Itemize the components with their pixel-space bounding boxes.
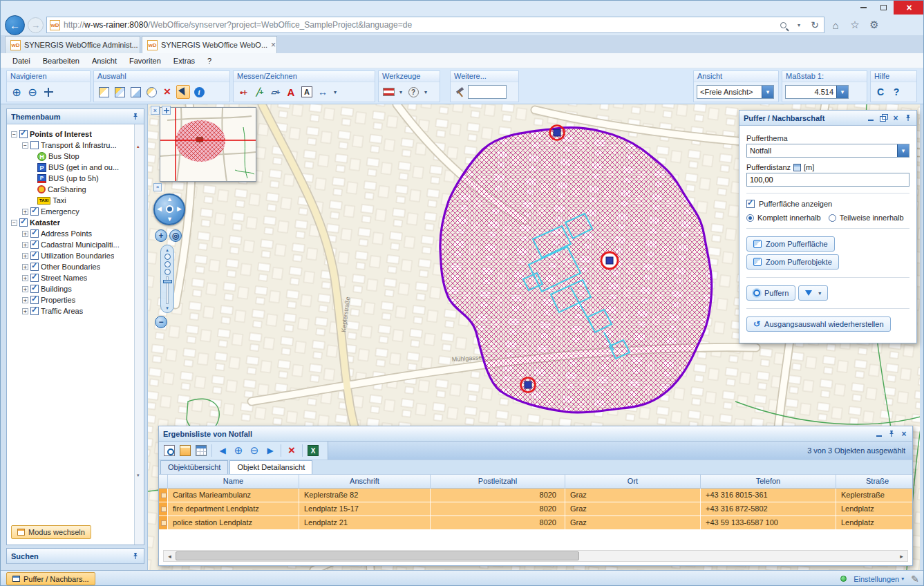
tree-item[interactable]: P BUS (get in and ou... xyxy=(7,162,134,173)
zoom-in-icon[interactable] xyxy=(10,85,23,99)
pan-compass[interactable]: ▲ ▶ ▼ ◀ xyxy=(153,193,185,225)
mode-switch-button[interactable]: Modus wechseln xyxy=(11,525,91,539)
scroll-up-icon[interactable] xyxy=(137,144,140,149)
tree-item[interactable]: Street Names xyxy=(7,272,134,283)
tree-item-label[interactable]: Traffic Areas xyxy=(41,307,83,315)
view-select[interactable]: <Freie Ansicht> xyxy=(697,85,774,99)
zoom-buffer-area-button[interactable]: Zoom Pufferfläche xyxy=(746,236,835,252)
radio-komplett-innerhalb[interactable] xyxy=(746,214,754,222)
expander-icon[interactable] xyxy=(22,264,28,270)
expander-icon[interactable] xyxy=(11,131,17,138)
address-bar[interactable]: wD http://w-ws-rainer:8080/WebOffice/syn… xyxy=(46,17,824,33)
scrollbar-thumb[interactable] xyxy=(176,551,579,560)
zoom-step-icon[interactable] xyxy=(164,269,171,275)
expander-icon[interactable] xyxy=(22,286,28,292)
next-object-icon[interactable] xyxy=(263,444,277,457)
tree-item-label[interactable]: Street Names xyxy=(41,274,87,282)
radio-teilweise-innerhalb[interactable] xyxy=(829,214,836,222)
expander-icon[interactable] xyxy=(22,231,28,237)
row-marker[interactable] xyxy=(159,502,168,516)
layer-checkbox[interactable] xyxy=(30,274,39,282)
restore-icon[interactable] xyxy=(879,114,887,122)
tree-item-label[interactable]: Utilization Boundaries xyxy=(41,252,114,260)
zoom-out-icon[interactable]: − xyxy=(155,316,167,328)
menu-item[interactable]: Ansicht xyxy=(86,55,123,67)
row-marker[interactable] xyxy=(159,516,168,529)
tree-item[interactable]: Transport & Infrastru... xyxy=(7,140,134,151)
tree-scrollbar[interactable] xyxy=(134,124,144,545)
chevron-down-icon[interactable] xyxy=(397,85,404,99)
refresh-icon[interactable] xyxy=(809,19,821,31)
layer-checkbox[interactable] xyxy=(30,263,39,271)
tree-item[interactable]: Properties xyxy=(7,294,134,305)
tree-item[interactable]: Other Boundaries xyxy=(7,261,134,272)
minimize-icon[interactable] xyxy=(875,430,883,438)
table-icon[interactable] xyxy=(194,444,208,457)
tree-item[interactable]: Kataster xyxy=(7,217,134,228)
settings-gear-icon[interactable]: ⚙ xyxy=(866,17,883,33)
expander-icon[interactable] xyxy=(22,242,28,248)
expander-icon[interactable] xyxy=(11,220,17,226)
identify-result-icon[interactable] xyxy=(162,444,176,457)
layer-checkbox[interactable] xyxy=(19,130,28,138)
tree-item[interactable]: Address Points xyxy=(7,228,134,239)
window-minimize-button[interactable] xyxy=(854,1,874,15)
tree-item-label[interactable]: Address Points xyxy=(41,229,92,238)
slider-handle[interactable] xyxy=(163,280,172,283)
results-tab[interactable]: Objekt Detailansicht xyxy=(229,460,312,474)
column-header[interactable]: Straße xyxy=(836,475,912,488)
tree-item-label[interactable]: CarSharing xyxy=(48,185,86,193)
layer-checkbox[interactable] xyxy=(30,229,39,238)
column-header[interactable]: Anschrift xyxy=(299,475,431,488)
pan-center-icon[interactable] xyxy=(166,205,173,213)
chevron-down-icon[interactable] xyxy=(762,86,773,98)
pin-icon[interactable] xyxy=(887,430,896,438)
tree-item-label[interactable]: Taxi xyxy=(53,196,66,205)
zoom-box-icon[interactable]: ◎ xyxy=(169,229,182,242)
pan-west-icon[interactable]: ◀ xyxy=(157,206,162,212)
previous-object-icon[interactable] xyxy=(216,444,229,457)
theme-tree-header[interactable]: Themenbaum xyxy=(7,109,144,124)
pan-south-icon[interactable]: ▼ xyxy=(167,216,173,223)
identify-icon[interactable]: i xyxy=(192,85,206,99)
zoom-out-icon[interactable] xyxy=(26,85,39,99)
zoom-slider[interactable]: ▴ ▾ xyxy=(160,245,174,313)
layer-checkbox[interactable] xyxy=(30,285,39,293)
radio-teilweise-label[interactable]: Teilweise innerhalb xyxy=(840,214,904,222)
layer-checkbox[interactable] xyxy=(30,252,39,260)
row-marker[interactable] xyxy=(159,489,168,502)
slider-up-icon[interactable]: ▴ xyxy=(166,247,169,252)
menu-item[interactable]: ? xyxy=(201,55,218,67)
layer-checkbox[interactable] xyxy=(19,218,28,227)
pan-north-icon[interactable]: ▲ xyxy=(167,196,173,202)
poi-marker-2[interactable] xyxy=(601,252,618,269)
browser-forward-button[interactable] xyxy=(28,17,44,33)
browser-tab[interactable]: wD SYNERGIS WebOffice Administ... xyxy=(5,36,140,53)
tree-item[interactable]: H Bus Stop xyxy=(7,151,134,162)
tree-item[interactable]: CarSharing xyxy=(7,184,134,195)
close-icon[interactable] xyxy=(900,430,908,438)
results-header[interactable]: Ergebnisliste von Notfall xyxy=(159,426,912,442)
browser-back-button[interactable] xyxy=(5,15,25,35)
minimize-icon[interactable] xyxy=(867,114,875,122)
settings-menu[interactable]: Einstellungen xyxy=(854,575,904,583)
excel-export-icon[interactable]: X xyxy=(306,444,320,457)
zoom-in-icon[interactable]: + xyxy=(155,229,167,242)
results-tab[interactable]: Objektübersicht xyxy=(160,460,228,474)
checkbox-icon[interactable] xyxy=(746,200,755,208)
pin-icon[interactable] xyxy=(131,552,140,560)
redlining-flag-icon[interactable] xyxy=(381,85,395,99)
tree-item[interactable]: P BUS (up to 5h) xyxy=(7,173,134,184)
menu-item[interactable]: Extras xyxy=(167,55,201,67)
pin-icon[interactable] xyxy=(904,114,912,122)
layer-checkbox[interactable] xyxy=(30,240,39,249)
expander-icon[interactable] xyxy=(22,297,28,303)
home-icon[interactable]: ⌂ xyxy=(827,17,844,33)
text-label-icon[interactable]: A xyxy=(284,85,298,99)
tree-item-label[interactable]: Bus Stop xyxy=(48,152,79,160)
point-select-icon[interactable] xyxy=(176,85,190,99)
layer-checkbox[interactable] xyxy=(30,207,39,216)
pan-icon[interactable] xyxy=(41,85,55,99)
close-icon[interactable] xyxy=(892,114,900,122)
table-row[interactable]: fire department LendplatzLendplatz 15-17… xyxy=(159,502,912,516)
